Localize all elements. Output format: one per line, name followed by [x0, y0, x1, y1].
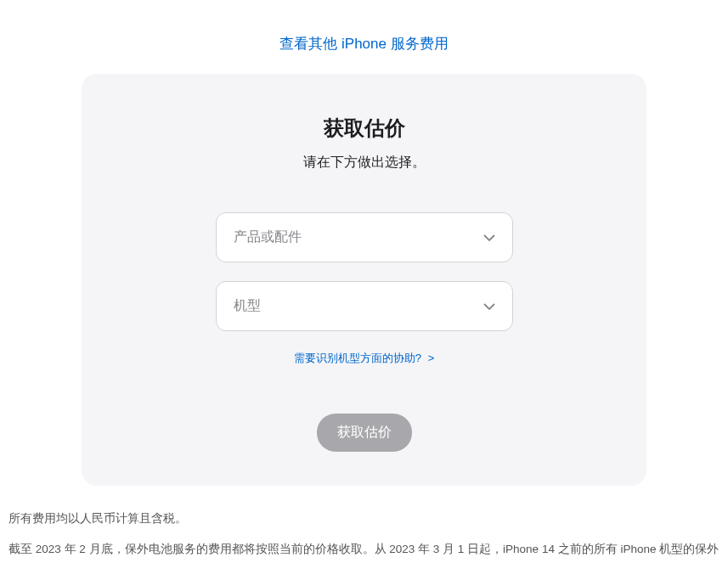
product-dropdown-placeholder: 产品或配件 [234, 228, 302, 246]
other-services-link-wrapper: 查看其他 iPhone 服务费用 [0, 0, 728, 74]
chevron-right-icon: > [428, 352, 435, 364]
footer-line-2: 截至 2023 年 2 月底，保外电池服务的费用都将按照当前的价格收取。从 20… [8, 537, 720, 563]
help-link-label: 需要识别机型方面的协助? [294, 352, 421, 364]
footer-line-2-text: 截至 2023 年 2 月底，保外电池服务的费用都将按照当前的价格收取。从 20… [8, 543, 719, 563]
model-dropdown[interactable]: 机型 [216, 281, 513, 331]
footer-notes: 所有费用均以人民币计算且含税。 截至 2023 年 2 月底，保外电池服务的费用… [0, 486, 728, 563]
estimate-card: 获取估价 请在下方做出选择。 产品或配件 机型 需要识别机型方面的协助? > 获… [82, 74, 646, 486]
footer-line-1: 所有费用均以人民币计算且含税。 [8, 506, 720, 532]
chevron-down-icon [483, 303, 495, 310]
card-subtitle: 请在下方做出选择。 [116, 154, 612, 172]
card-title: 获取估价 [116, 115, 612, 142]
identify-model-help-link[interactable]: 需要识别机型方面的协助? > [294, 352, 434, 364]
identify-model-help: 需要识别机型方面的协助? > [116, 350, 612, 366]
get-estimate-button[interactable]: 获取估价 [317, 414, 412, 452]
product-dropdown[interactable]: 产品或配件 [216, 212, 513, 262]
chevron-down-icon [483, 234, 495, 241]
other-services-link[interactable]: 查看其他 iPhone 服务费用 [279, 36, 448, 52]
model-dropdown-placeholder: 机型 [234, 297, 261, 315]
